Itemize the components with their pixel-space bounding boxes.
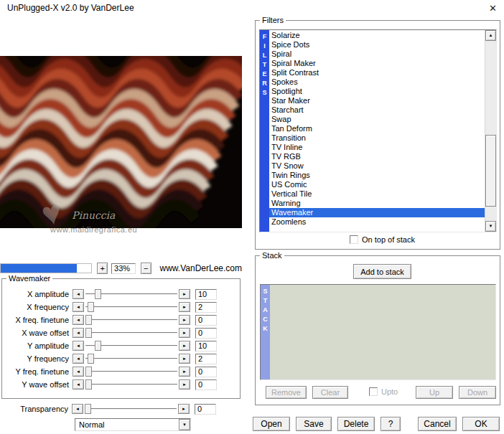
slider-right-arrow-icon[interactable]: ► [179, 379, 190, 390]
slider-track[interactable] [85, 354, 177, 364]
filter-item[interactable]: US Comic [269, 180, 485, 189]
filter-item[interactable]: Solarize [269, 31, 485, 40]
slider-value[interactable]: 2 [195, 354, 217, 364]
filter-item[interactable]: Zoomlens [269, 217, 485, 227]
slider-thumb[interactable] [95, 341, 101, 351]
slider-left-arrow-icon[interactable]: ◄ [73, 289, 84, 299]
scroll-up-icon[interactable]: ▲ [485, 30, 496, 41]
slider-left-arrow-icon[interactable]: ◄ [73, 354, 84, 364]
slider-right-arrow-icon[interactable]: ► [179, 367, 190, 377]
filter-item[interactable]: TV Snow [269, 161, 485, 171]
slider-thumb[interactable] [85, 315, 92, 325]
slider-groove [85, 358, 177, 359]
preview-image[interactable]: ♥ Pinuccia www.maidiregrafica.eu [0, 56, 242, 228]
remove-button[interactable]: Remove [266, 386, 307, 399]
slider-right-arrow-icon[interactable]: ► [179, 289, 190, 299]
filter-item[interactable]: Vertical Tile [269, 189, 485, 199]
slider-value[interactable]: 10 [195, 341, 217, 352]
slider-left-arrow-icon[interactable]: ◄ [73, 367, 84, 377]
slider-value[interactable]: 0 [195, 367, 217, 377]
window-title: UnPlugged-X v2.0 by VanDerLee [7, 3, 134, 13]
vanderlee-website-link[interactable]: www.VanDerLee.com [160, 263, 243, 273]
blend-mode-select[interactable]: Normal ▼ [75, 418, 191, 431]
stack-list[interactable] [270, 285, 495, 379]
slider-left-arrow-icon[interactable]: ◄ [73, 302, 84, 312]
slider-value[interactable]: 0 [195, 328, 217, 339]
delete-button[interactable]: Delete [337, 417, 375, 431]
slider-value[interactable]: 0 [195, 379, 217, 390]
filters-scrollbar[interactable]: ▲ ▼ [485, 30, 496, 232]
slider-track[interactable] [85, 328, 177, 338]
slider-track[interactable] [85, 367, 177, 377]
slider-thumb[interactable] [85, 379, 92, 390]
filter-item[interactable]: Spiral Maker [269, 59, 485, 68]
filter-item[interactable]: Spice Dots [269, 40, 485, 49]
filter-item[interactable]: Twin Rings [269, 171, 485, 180]
filter-item[interactable]: Spiral [269, 49, 485, 59]
filter-item[interactable]: Transition [269, 133, 485, 143]
slider-value[interactable]: 10 [195, 289, 217, 300]
slider-value[interactable]: 0 [195, 315, 217, 326]
slider-right-arrow-icon[interactable]: ► [179, 341, 190, 351]
slider-left-arrow-icon[interactable]: ◄ [73, 379, 84, 390]
transparency-thumb[interactable] [85, 404, 91, 414]
add-to-stack-button[interactable]: Add to stack [353, 264, 411, 279]
help-button[interactable]: ? [381, 417, 401, 431]
slider-label: X wave offset [4, 329, 73, 337]
filter-item[interactable]: Tan Deform [269, 124, 485, 133]
filter-item[interactable]: Star Maker [269, 96, 485, 105]
slider-track[interactable] [85, 379, 177, 390]
filter-item[interactable]: Starchart [269, 105, 485, 115]
slider-track[interactable] [85, 341, 177, 351]
slider-left-arrow-icon[interactable]: ◄ [72, 404, 83, 414]
save-button[interactable]: Save [296, 417, 332, 431]
slider-right-arrow-icon[interactable]: ► [179, 328, 190, 338]
filter-item[interactable]: Warning [269, 199, 485, 208]
on-top-checkbox[interactable] [350, 235, 358, 244]
filter-item[interactable]: Spokes [269, 77, 485, 87]
clear-button[interactable]: Clear [312, 386, 348, 399]
ok-button[interactable]: OK [462, 417, 500, 431]
filter-item[interactable]: TV RGB [269, 152, 485, 161]
open-button[interactable]: Open [253, 417, 290, 431]
filter-item[interactable]: Spotlight [269, 87, 485, 96]
close-icon[interactable]: ✕ [489, 3, 497, 14]
transparency-value[interactable]: 0 [195, 404, 216, 415]
filters-vertical-label: F I L T E R S [260, 30, 269, 232]
dropdown-arrow-icon[interactable]: ▼ [179, 419, 190, 430]
cancel-button[interactable]: Cancel [418, 417, 457, 431]
slider-right-arrow-icon[interactable]: ► [178, 404, 190, 414]
upto-checkbox[interactable] [369, 387, 378, 396]
filter-item[interactable]: Split Contrast [269, 68, 485, 77]
slider-right-arrow-icon[interactable]: ► [179, 302, 190, 312]
down-button[interactable]: Down [459, 386, 496, 399]
slider-thumb[interactable] [85, 367, 92, 377]
zoom-in-button[interactable]: + [97, 263, 108, 274]
zoom-row: + 33% − www.VanDerLee.com [0, 263, 242, 274]
up-button[interactable]: Up [416, 386, 453, 399]
slider-left-arrow-icon[interactable]: ◄ [73, 328, 84, 338]
scrollbar-thumb[interactable] [485, 135, 496, 207]
slider-thumb[interactable] [88, 302, 94, 312]
filter-item[interactable]: Wavemaker [269, 208, 485, 217]
slider-groove [85, 332, 177, 334]
slider-track[interactable] [85, 289, 177, 299]
filter-item[interactable]: Swap [269, 115, 485, 124]
slider-left-arrow-icon[interactable]: ◄ [73, 315, 84, 325]
slider-right-arrow-icon[interactable]: ► [179, 315, 190, 325]
slider-thumb[interactable] [95, 289, 101, 299]
transparency-track[interactable] [85, 404, 177, 414]
zoom-level-field[interactable]: 33% [111, 263, 136, 274]
filter-item[interactable]: TV Inline [269, 143, 485, 152]
filters-listbox: F I L T E R S SolarizeSpice DotsSpiralSp… [259, 29, 497, 232]
slider-value[interactable]: 2 [195, 302, 217, 313]
slider-left-arrow-icon[interactable]: ◄ [73, 341, 84, 351]
zoom-out-button[interactable]: − [141, 263, 151, 274]
slider-right-arrow-icon[interactable]: ► [179, 354, 190, 364]
scrollbar-track[interactable] [485, 41, 496, 221]
slider-thumb[interactable] [85, 328, 92, 338]
slider-track[interactable] [85, 315, 177, 325]
slider-track[interactable] [85, 302, 177, 312]
scroll-down-icon[interactable]: ▼ [485, 221, 496, 232]
slider-thumb[interactable] [88, 354, 94, 364]
